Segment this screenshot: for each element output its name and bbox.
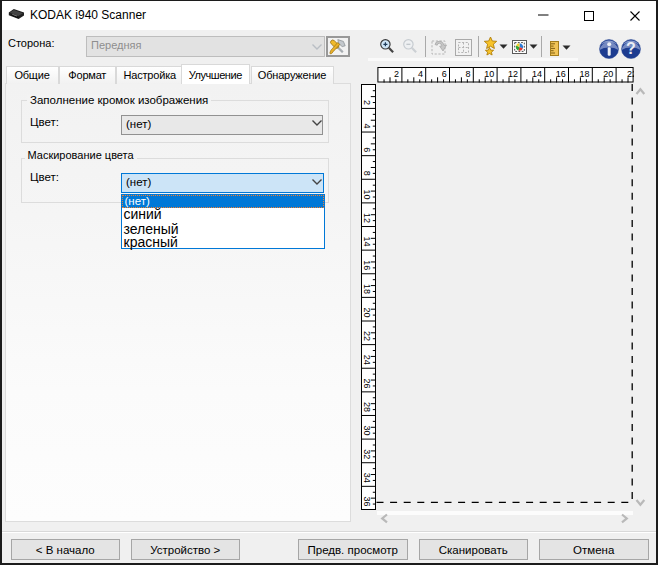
svg-text:4: 4 — [418, 69, 423, 79]
svg-text:20: 20 — [603, 69, 613, 79]
svg-text:20: 20 — [362, 307, 372, 317]
svg-text:12: 12 — [508, 69, 518, 79]
svg-text:22: 22 — [362, 331, 372, 341]
svg-text:2: 2 — [394, 69, 399, 79]
svg-text:10: 10 — [484, 69, 494, 79]
svg-text:14: 14 — [532, 69, 542, 79]
svg-text:8: 8 — [465, 69, 470, 79]
svg-text:16: 16 — [555, 69, 565, 79]
svg-text:34: 34 — [362, 473, 372, 483]
svg-text:30: 30 — [362, 426, 372, 436]
svg-text:2: 2 — [362, 100, 372, 105]
svg-text:6: 6 — [362, 147, 372, 152]
svg-text:28: 28 — [362, 402, 372, 412]
svg-text:?: ? — [626, 40, 636, 57]
svg-text:26: 26 — [362, 378, 372, 388]
svg-text:12: 12 — [362, 213, 372, 223]
svg-text:32: 32 — [362, 449, 372, 459]
svg-text:16: 16 — [362, 260, 372, 270]
svg-text:36: 36 — [362, 496, 372, 506]
svg-text:18: 18 — [579, 69, 589, 79]
svg-text:14: 14 — [362, 237, 372, 247]
svg-text:24: 24 — [362, 355, 372, 365]
svg-text:6: 6 — [441, 69, 446, 79]
svg-text:10: 10 — [362, 189, 372, 199]
svg-text:8: 8 — [362, 171, 372, 176]
svg-text:4: 4 — [362, 123, 372, 128]
svg-text:18: 18 — [362, 284, 372, 294]
